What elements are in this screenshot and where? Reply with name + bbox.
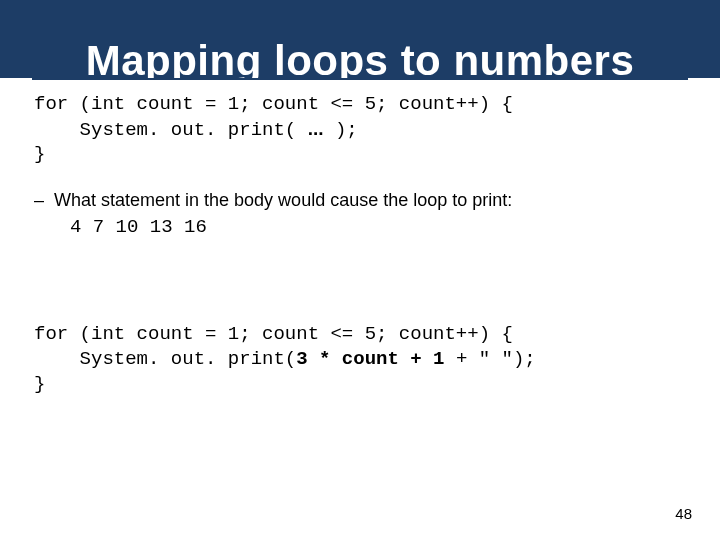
page-number: 48 xyxy=(675,505,692,522)
code2-line1: for (int count = 1; count <= 5; count++)… xyxy=(34,323,513,345)
code2-expression: 3 * count + 1 xyxy=(296,348,444,370)
code1-line2c: ); xyxy=(324,119,358,141)
code2-line2a: System. out. print( xyxy=(34,348,296,370)
code1-line2a: System. out. print( xyxy=(34,119,308,141)
code-block-1: for (int count = 1; count <= 5; count++)… xyxy=(34,92,686,167)
code2-line2c: + " "); xyxy=(444,348,535,370)
title-band: Mapping loops to numbers xyxy=(0,0,720,78)
bullet-item: – What statement in the body would cause… xyxy=(34,189,686,212)
code1-line1: for (int count = 1; count <= 5; count++)… xyxy=(34,93,513,115)
slide: Mapping loops to numbers for (int count … xyxy=(0,0,720,540)
code-block-2: for (int count = 1; count <= 5; count++)… xyxy=(34,322,686,396)
output-sequence: 4 7 10 13 16 xyxy=(70,216,686,238)
title-underline xyxy=(32,78,688,80)
code2-line3: } xyxy=(34,373,45,395)
bullet-text: What statement in the body would cause t… xyxy=(54,189,512,212)
slide-title: Mapping loops to numbers xyxy=(0,40,720,82)
bullet-dash: – xyxy=(34,189,54,212)
slide-content: for (int count = 1; count <= 5; count++)… xyxy=(0,78,720,397)
code1-line3: } xyxy=(34,143,45,165)
ellipsis: ... xyxy=(308,118,324,139)
